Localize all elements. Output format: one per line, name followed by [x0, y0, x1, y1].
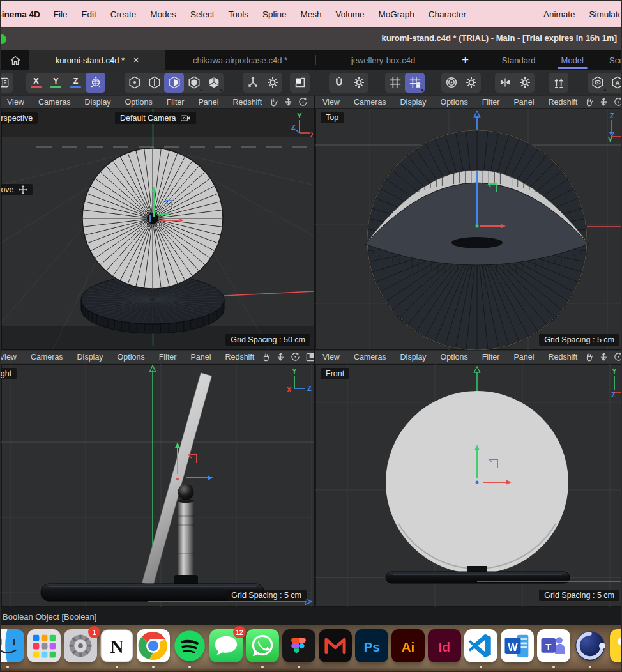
extrude-arrows-button[interactable]: [549, 73, 568, 93]
dock-mail-icon[interactable]: [319, 629, 352, 662]
viewport-menu-view[interactable]: View: [1, 353, 24, 362]
menu-volume[interactable]: Volume: [328, 10, 371, 19]
viewport-menu-panel[interactable]: Panel: [506, 353, 541, 362]
dock-cinema4d-icon[interactable]: [573, 629, 607, 662]
viewport-splitter[interactable]: [314, 95, 315, 607]
menu-mograph[interactable]: MoGraph: [372, 10, 421, 19]
menubar-app-name[interactable]: Cinema 4D: [1, 10, 47, 19]
camera-selector[interactable]: Default Camera: [115, 112, 196, 124]
viewport-front[interactable]: Front Grid Spacing : 5 cm Y Z: [315, 364, 622, 607]
pan-hand-icon[interactable]: [584, 352, 594, 362]
hexagon-annotate-button[interactable]: A: [607, 73, 622, 93]
dock-messages-icon[interactable]: 12: [209, 629, 243, 662]
snap-settings-button[interactable]: [349, 73, 368, 93]
menu-create[interactable]: Create: [103, 10, 144, 19]
tab-chikawa-airpodcase[interactable]: chikawa-airpodcase.c4d *: [165, 50, 315, 70]
tab-jewellery-box[interactable]: jewellery-box.c4d: [316, 50, 450, 70]
dock-word-icon[interactable]: W: [501, 629, 534, 662]
menu-mesh[interactable]: Mesh: [293, 10, 328, 19]
dolly-zoom-icon[interactable]: [600, 97, 608, 107]
viewport-menu-display[interactable]: Display: [393, 353, 434, 362]
viewport-label-front[interactable]: Front: [321, 368, 349, 379]
dolly-zoom-icon[interactable]: [277, 352, 285, 362]
axis-lock-y-button[interactable]: Y: [46, 73, 66, 93]
viewport-menu-filter[interactable]: Filter: [152, 353, 184, 362]
quantize-grid-lock-button[interactable]: [405, 73, 425, 93]
rotate-view-icon[interactable]: [298, 97, 308, 107]
viewport-menu-options[interactable]: Options: [434, 353, 475, 362]
viewport-menu-view[interactable]: View: [315, 353, 347, 362]
viewport-menu-redshift[interactable]: Redshift: [218, 353, 261, 362]
pan-hand-icon[interactable]: [269, 97, 278, 107]
volume-mode-button[interactable]: [184, 73, 204, 93]
viewport-label-perspective[interactable]: Perspective: [1, 112, 38, 124]
viewport-menu-redshift[interactable]: Redshift: [541, 353, 584, 362]
dock-cyberduck-icon[interactable]: [610, 629, 622, 662]
axis-lock-x-button[interactable]: X: [26, 73, 46, 93]
menu-edit[interactable]: Edit: [75, 10, 103, 19]
menu-spline[interactable]: Spline: [255, 10, 294, 19]
new-tab-button[interactable]: +: [450, 50, 480, 70]
hexagon-eye-button[interactable]: [588, 73, 607, 93]
dock-vscode-icon[interactable]: [464, 629, 497, 662]
mode-standard[interactable]: Standard: [489, 50, 549, 70]
viewport-menu-filter[interactable]: Filter: [160, 98, 192, 107]
polygons-mode-button[interactable]: [164, 73, 184, 93]
rotate-view-icon[interactable]: [614, 97, 622, 107]
menu-character[interactable]: Character: [421, 10, 473, 19]
viewport-menu-cameras[interactable]: Cameras: [347, 353, 393, 362]
viewport-label-top[interactable]: Top: [321, 112, 344, 123]
viewport-menu-panel[interactable]: Panel: [183, 353, 218, 362]
viewport-menu-cameras[interactable]: Cameras: [24, 353, 70, 362]
dock-chrome-icon[interactable]: [137, 629, 170, 662]
home-button[interactable]: [1, 50, 29, 70]
viewport-menu-view[interactable]: View: [1, 98, 31, 107]
falloff-target-button[interactable]: [441, 73, 461, 93]
viewport-menu-options[interactable]: Options: [118, 98, 160, 107]
enable-axis-button[interactable]: [243, 73, 262, 93]
viewport-menu-display[interactable]: Display: [393, 98, 434, 107]
dolly-zoom-icon[interactable]: [600, 352, 608, 362]
dock-teams-icon[interactable]: T: [537, 629, 570, 662]
dock-finder-icon[interactable]: [1, 629, 24, 662]
viewport-menu-display[interactable]: Display: [70, 353, 110, 362]
viewport-menu-cameras[interactable]: Cameras: [31, 98, 78, 107]
layout-panel-button[interactable]: [1, 73, 13, 93]
viewport-label-right[interactable]: Right: [1, 368, 17, 379]
axis-lock-z-button[interactable]: Z: [66, 73, 86, 93]
viewport-menu-redshift[interactable]: Redshift: [225, 98, 269, 107]
mode-sculpt[interactable]: Sculpt: [596, 50, 622, 70]
viewport-menu-view[interactable]: View: [315, 98, 347, 107]
rotate-view-icon[interactable]: [614, 352, 622, 362]
viewport-menu-panel[interactable]: Panel: [191, 98, 225, 107]
pan-hand-icon[interactable]: [584, 97, 594, 107]
workplane-button[interactable]: [290, 73, 310, 93]
dock-indesign-icon[interactable]: Id: [428, 629, 461, 662]
dock-photoshop-icon[interactable]: Ps: [355, 629, 388, 662]
coordinate-system-button[interactable]: [86, 73, 105, 93]
mode-model[interactable]: Model: [549, 50, 596, 70]
viewport-menu-filter[interactable]: Filter: [475, 98, 507, 107]
symmetry-settings-button[interactable]: [515, 73, 535, 93]
viewport-top[interactable]: Top Grid Spacing : 5 cm Z Y: [315, 109, 622, 350]
viewport-menu-panel[interactable]: Panel: [506, 98, 541, 107]
dock-figma-icon[interactable]: [282, 629, 315, 662]
dock-whatsapp-icon[interactable]: [246, 629, 279, 662]
viewport-menu-filter[interactable]: Filter: [475, 353, 507, 362]
points-mode-button[interactable]: [125, 73, 144, 93]
viewport-menu-options[interactable]: Options: [434, 98, 475, 107]
menu-animate[interactable]: Animate: [536, 10, 582, 19]
menu-tools[interactable]: Tools: [221, 10, 255, 19]
tab-kuromi-stand[interactable]: kuromi-stand.c4d * ×: [29, 50, 165, 70]
viewport-menu-redshift[interactable]: Redshift: [541, 98, 584, 107]
viewport-right[interactable]: Right Grid Spacing : 5 cm Y X Z: [1, 364, 314, 607]
model-mode-button[interactable]: [204, 73, 224, 93]
maximize-view-icon[interactable]: [306, 353, 314, 362]
snap-magnet-button[interactable]: [329, 73, 349, 93]
falloff-settings-button[interactable]: [461, 73, 481, 93]
quantize-grid-button[interactable]: [385, 73, 405, 93]
dolly-zoom-icon[interactable]: [284, 97, 292, 107]
window-titlebar[interactable]: kuromi-stand.c4d * (TRIAL) - Main - [Tri…: [1, 28, 622, 50]
menu-modes[interactable]: Modes: [143, 10, 183, 19]
viewport-perspective[interactable]: Perspective Default Camera Move Grid Spa…: [1, 109, 314, 350]
